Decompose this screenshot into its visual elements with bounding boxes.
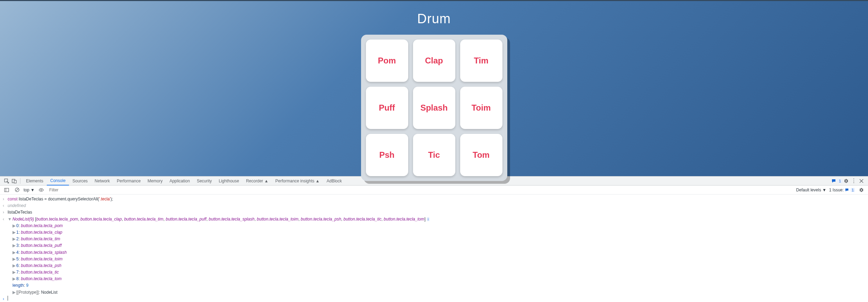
svg-line-6	[16, 189, 18, 191]
clear-console-icon[interactable]	[13, 186, 21, 194]
tab-lighthouse[interactable]: Lighthouse	[215, 176, 243, 185]
tab-security[interactable]: Security	[193, 176, 215, 185]
drum-button-toim[interactable]: Toim	[460, 87, 502, 129]
nodelist-length: length: 9	[0, 282, 868, 289]
more-icon[interactable]: ⋮	[850, 177, 858, 185]
console-input-cursor[interactable]	[8, 296, 865, 301]
nodelist-entry[interactable]: ▶7: button.tecla.tecla_tic	[0, 269, 868, 276]
tab-recorder[interactable]: Recorder ▲	[243, 176, 272, 185]
drum-button-tom[interactable]: Tom	[460, 134, 502, 176]
console-result-line[interactable]: ‹ ▼NodeList(9) [button.tecla.tecla_pom, …	[0, 216, 868, 223]
expand-right-icon[interactable]: ▶	[12, 270, 16, 275]
live-expression-icon[interactable]	[37, 186, 45, 194]
console-sidebar-toggle-icon[interactable]	[3, 186, 10, 194]
drum-button-pom[interactable]: Pom	[366, 40, 408, 82]
app-viewport: Drum Pom Clap Tim Puff Splash Toim Psh T…	[0, 0, 868, 176]
issue-count: 1	[838, 179, 842, 183]
console-code: listaDeTeclas	[8, 209, 865, 216]
nodelist-entry[interactable]: ▶3: button.tecla.tecla_puff	[0, 242, 868, 249]
tab-memory[interactable]: Memory	[144, 176, 166, 185]
console-output[interactable]: › const listaDeTeclas = document.querySe…	[0, 195, 868, 302]
expand-right-icon[interactable]: ▶	[12, 290, 16, 295]
settings-icon[interactable]	[842, 177, 850, 185]
svg-rect-3	[5, 188, 9, 192]
drum-button-puff[interactable]: Puff	[366, 87, 408, 129]
input-marker-icon: ›	[3, 196, 8, 202]
app-title: Drum	[417, 11, 451, 26]
console-input-line: › listaDeTeclas	[0, 209, 868, 216]
inspect-icon[interactable]	[3, 177, 10, 185]
console-prompt[interactable]: ›	[0, 296, 868, 302]
nodelist-entry[interactable]: ▶1: button.tecla.tecla_clap	[0, 229, 868, 236]
issues-counter[interactable]: 1	[831, 179, 842, 183]
divider	[20, 178, 20, 184]
console-result-line: ‹ undefined	[0, 202, 868, 209]
svg-rect-2	[14, 180, 16, 183]
issue-count-small: 1	[851, 188, 855, 192]
tab-adblock[interactable]: AdBlock	[323, 176, 345, 185]
issue-label: 1 Issue:	[829, 188, 844, 192]
expand-right-icon[interactable]: ▶	[12, 223, 16, 228]
console-input-line: › const listaDeTeclas = document.querySe…	[0, 196, 868, 202]
nodelist-entry[interactable]: ▶8: button.tecla.tecla_tom	[0, 276, 868, 282]
expand-right-icon[interactable]: ▶	[12, 263, 16, 268]
comment-icon	[845, 188, 849, 192]
console-code: const listaDeTeclas = document.querySele…	[8, 196, 865, 202]
drum-button-psh[interactable]: Psh	[366, 134, 408, 176]
expand-right-icon[interactable]: ▶	[12, 230, 16, 235]
nodelist-entry[interactable]: ▶4: button.tecla.tecla_splash	[0, 249, 868, 256]
output-marker-icon: ‹	[3, 202, 8, 209]
devtools-panel: Elements Console Sources Network Perform…	[0, 176, 868, 302]
prompt-marker-icon: ›	[3, 296, 8, 302]
expand-right-icon[interactable]: ▶	[12, 250, 16, 255]
drum-pad-grid: Pom Clap Tim Puff Splash Toim Psh Tic To…	[361, 35, 507, 181]
close-icon[interactable]	[858, 177, 865, 185]
tab-console[interactable]: Console	[47, 176, 69, 185]
drum-button-tim[interactable]: Tim	[460, 40, 502, 82]
output-marker-icon: ‹	[3, 216, 8, 223]
nodelist-prototype[interactable]: ▶[[Prototype]]: NodeList	[0, 289, 868, 296]
tab-application[interactable]: Application	[166, 176, 193, 185]
tab-performance-insights[interactable]: Performance insights ▲	[272, 176, 323, 185]
nodelist-entry[interactable]: ▶6: button.tecla.tecla_psh	[0, 262, 868, 269]
comment-icon	[831, 179, 836, 183]
expand-right-icon[interactable]: ▶	[12, 243, 16, 248]
filter-input[interactable]	[48, 187, 794, 193]
expand-right-icon[interactable]: ▶	[12, 236, 16, 241]
drum-button-splash[interactable]: Splash	[413, 87, 455, 129]
tab-elements[interactable]: Elements	[23, 176, 47, 185]
undefined-result: undefined	[8, 202, 865, 209]
nodelist-summary: ▼NodeList(9) [button.tecla.tecla_pom, bu…	[8, 216, 865, 223]
issues-link[interactable]: 1 Issue: 1	[829, 188, 855, 192]
nodelist-entry[interactable]: ▶5: button.tecla.tecla_toim	[0, 256, 868, 262]
drum-button-tic[interactable]: Tic	[413, 134, 455, 176]
nodelist-entry[interactable]: ▶0: button.tecla.tecla_pom	[0, 223, 868, 229]
console-settings-icon[interactable]	[858, 186, 865, 194]
input-marker-icon: ›	[3, 209, 8, 216]
expand-down-icon[interactable]: ▼	[8, 217, 12, 222]
expand-right-icon[interactable]: ▶	[12, 257, 16, 261]
device-toggle-icon[interactable]	[10, 177, 18, 185]
svg-point-7	[41, 189, 42, 191]
nodelist-entry[interactable]: ▶2: button.tecla.tecla_tim	[0, 236, 868, 242]
expand-right-icon[interactable]: ▶	[12, 276, 16, 281]
context-selector[interactable]: top ▼	[24, 188, 35, 192]
tab-network[interactable]: Network	[91, 176, 113, 185]
console-toolbar: top ▼ Default levels ▼ 1 Issue: 1	[0, 185, 868, 195]
tab-performance[interactable]: Performance	[113, 176, 144, 185]
tab-sources[interactable]: Sources	[69, 176, 91, 185]
levels-selector[interactable]: Default levels ▼	[796, 188, 826, 192]
drum-button-clap[interactable]: Clap	[413, 40, 455, 82]
